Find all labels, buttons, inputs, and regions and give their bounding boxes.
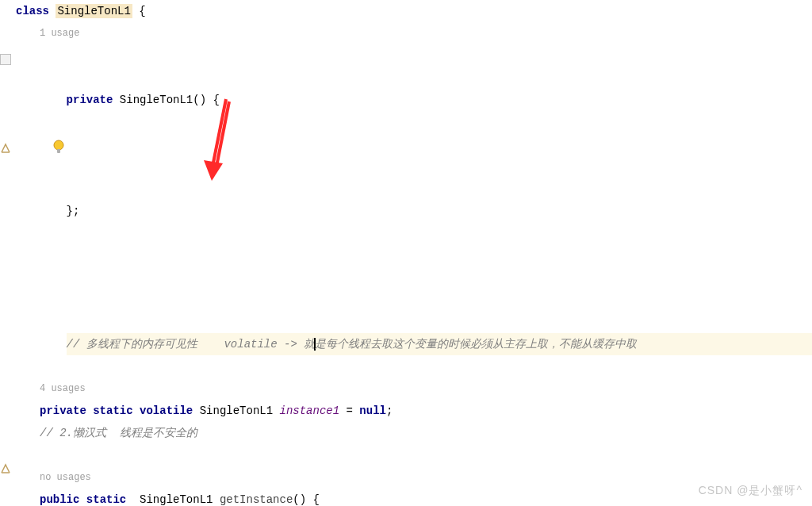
empty-line[interactable] (16, 133, 812, 155)
field-name: instance1 (280, 404, 340, 417)
gutter-method-end-icon[interactable] (0, 98, 11, 109)
code-editor[interactable]: class SingleTonL1 { 1 usage private Sing… (0, 0, 812, 506)
usage-hint: no usages (16, 466, 812, 489)
comment: // 2.懒汉式 线程是不安全的 (40, 427, 197, 439)
code-line[interactable]: public static SingleTonL1 getInstance() … (16, 489, 812, 506)
gutter-method-end-icon[interactable] (0, 419, 11, 430)
gutter-method-end-icon[interactable] (0, 493, 11, 504)
return-type: SingleTonL1 (140, 493, 213, 506)
usage-hint: 4 usages (16, 378, 812, 400)
keyword-static: static (93, 404, 132, 417)
code-line[interactable]: // 2.懒汉式 线程是不安全的 (16, 422, 812, 444)
intention-bulb-icon[interactable] (13, 117, 25, 130)
punct: () { (293, 493, 320, 506)
punct: () { (193, 94, 220, 106)
punct: { (132, 5, 146, 17)
punct: ; (386, 404, 393, 417)
code-line[interactable]: private SingleTonL1() { (16, 44, 812, 133)
keyword-volatile: volatile (140, 404, 193, 417)
empty-line[interactable] (16, 444, 812, 466)
code-line[interactable]: private static volatile SingleTonL1 inst… (16, 400, 812, 422)
svg-point-1 (54, 140, 63, 150)
watermark: CSDN @是小蟹呀^ (699, 484, 802, 498)
gutter-fold-icon[interactable] (0, 54, 11, 65)
empty-line[interactable] (16, 244, 812, 311)
keyword-static: static (86, 493, 126, 506)
usage-hint: 1 usage (16, 22, 812, 44)
field-type: SingleTonL1 (200, 404, 273, 417)
ctor-name: SingleTonL1 (120, 94, 193, 106)
class-name: SingleTonL1 (56, 4, 132, 18)
code-line[interactable]: class SingleTonL1 { (16, 0, 812, 22)
gutter-method-end-icon[interactable] (0, 463, 11, 474)
punct: = (339, 404, 359, 417)
keyword-private: private (40, 404, 86, 417)
comment: // 多线程下的内存可见性 volatile -> 就是每个线程去取这个变量的时… (67, 338, 638, 351)
keyword-public: public (40, 493, 79, 506)
svg-rect-2 (57, 149, 60, 153)
highlighted-comment-line[interactable]: // 多线程下的内存可见性 volatile -> 就是每个线程去取这个变量的时… (16, 311, 812, 378)
punct: }; (67, 205, 80, 217)
method-name: getInstance (220, 493, 293, 506)
keyword-class: class (16, 5, 49, 17)
keyword-private: private (67, 94, 113, 106)
code-line[interactable]: }; (16, 155, 812, 244)
keyword-null: null (359, 404, 386, 417)
